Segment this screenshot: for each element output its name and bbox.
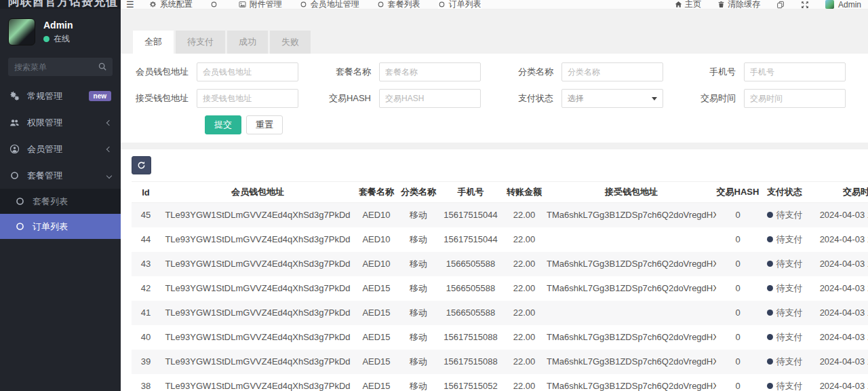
table-cell: 待支付 [760, 203, 810, 227]
app-title: 阿联酋官方话费充值 [0, 0, 121, 9]
column-header: 套餐名称 [355, 182, 397, 203]
filter-input-手机号[interactable] [744, 62, 846, 81]
filter-input-接受钱包地址[interactable] [197, 89, 298, 108]
status-badge: 待支付 [767, 258, 803, 270]
clear-cache-button[interactable]: 清除缓存 [717, 0, 760, 10]
reset-button[interactable]: 重置 [246, 115, 283, 134]
table-cell: TMa6shkL7Gg3B1ZDSp7ch6Q2doVregdHX9 [547, 252, 716, 276]
sidebar-item-常规管理[interactable]: 常规管理new [0, 83, 121, 109]
table-cell: 2024-04-03 17:27:07 [810, 252, 868, 276]
sidebar-item-会员管理[interactable]: 会员管理 [0, 136, 121, 162]
status-dot-icon [767, 310, 773, 316]
filter-input-会员钱包地址[interactable] [197, 62, 298, 81]
table-cell: AED15 [355, 374, 397, 391]
users-icon [9, 117, 20, 128]
fullscreen-button[interactable] [801, 1, 809, 9]
sidebar-item-订单列表[interactable]: 订单列表 [0, 214, 121, 239]
sidebar: 阿联酋官方话费充值 Admin 在线 常规管理new权限管理会员管理套餐管理套餐… [0, 0, 121, 391]
table-row: 38TLe93YGW1StDLmGVVZ4Ed4qXhSd3g7PkDdAED1… [132, 374, 868, 391]
topbar-item-系统配置[interactable]: 系统配置 [149, 0, 193, 10]
column-header: 交易时间 [810, 182, 868, 203]
table-cell: 待支付 [760, 252, 810, 276]
topbar-username[interactable]: Admin [838, 0, 861, 10]
user-status-label: 在线 [54, 33, 70, 45]
table-cell: 39 [132, 350, 160, 374]
hamburger-icon[interactable]: ☰ [126, 0, 134, 10]
topbar-item-套餐列表[interactable]: 套餐列表 [377, 0, 420, 10]
pay-status-select[interactable]: 选择 [561, 89, 663, 108]
table-cell: 0 [716, 227, 760, 252]
column-header: 会员钱包地址 [160, 182, 355, 203]
filter-panel: 会员钱包地址套餐名称分类名称手机号接受钱包地址交易HASH支付状态选择交易时间 … [121, 54, 868, 143]
table-cell: 2024-04-03 17:27:02 [810, 276, 868, 301]
avatar[interactable] [8, 18, 35, 45]
table-cell: 15617515052 [439, 374, 502, 391]
table-cell: 移动 [397, 374, 439, 391]
status-dot-icon [767, 285, 773, 291]
tab-全部[interactable]: 全部 [133, 31, 174, 54]
topbar-item-订单列表[interactable]: 订单列表 [438, 0, 481, 10]
sidebar-item-label: 常规管理 [27, 90, 89, 103]
user-status: 在线 [43, 33, 73, 45]
table-cell: 移动 [397, 252, 439, 276]
table-cell: 15617515088 [439, 350, 502, 374]
menu-search [8, 58, 113, 76]
table-cell: TLe93YGW1StDLmGVVZ4Ed4qXhSd3g7PkDd [160, 252, 355, 276]
filter-input-交易时间[interactable] [744, 89, 846, 108]
table-cell: 22.00 [502, 203, 547, 227]
search-icon [98, 62, 107, 71]
sidebar-item-label: 套餐管理 [27, 170, 107, 182]
refresh-button[interactable] [132, 156, 151, 174]
search-input[interactable] [8, 58, 113, 76]
table-cell: 42 [132, 276, 160, 301]
table-cell: 移动 [397, 227, 439, 252]
table-cell: TLe93YGW1StDLmGVVZ4Ed4qXhSd3g7PkDd [160, 227, 355, 252]
sidebar-item-套餐列表[interactable]: 套餐列表 [0, 189, 121, 214]
table-cell: 0 [716, 350, 760, 374]
topbar-menu: 系统配置附件管理会员地址管理套餐列表订单列表 [149, 0, 658, 10]
topbar-avatar[interactable] [825, 0, 834, 9]
tab-失败[interactable]: 失败 [270, 31, 311, 54]
table-cell: 45 [132, 203, 160, 227]
table-cell: 0 [716, 252, 760, 276]
table-cell: AED15 [355, 350, 397, 374]
copy-tabs-button[interactable] [776, 1, 785, 9]
table-cell: TMa6shkL7Gg3B1ZDSp7ch6Q2doVregdHX9 [547, 350, 716, 374]
sidebar-item-套餐管理[interactable]: 套餐管理 [0, 162, 121, 189]
status-badge: 待支付 [767, 307, 803, 319]
sidebar-item-权限管理[interactable]: 权限管理 [0, 109, 121, 136]
status-tabs: 全部待支付成功失败 [133, 31, 868, 54]
user-icon [9, 144, 20, 155]
topbar-item-icon[interactable] [210, 1, 221, 8]
tab-成功[interactable]: 成功 [227, 31, 268, 54]
filter-input-交易HASH[interactable] [379, 89, 481, 108]
home-button[interactable]: 主页 [675, 0, 701, 10]
status-label: 待支付 [776, 282, 803, 295]
online-dot-icon [43, 36, 50, 42]
status-badge: 待支付 [767, 209, 803, 221]
caret-down-icon [652, 97, 657, 100]
filter-input-分类名称[interactable] [561, 62, 663, 81]
app: 阿联酋官方话费充值 Admin 在线 常规管理new权限管理会员管理套餐管理套餐… [0, 0, 868, 391]
circle-icon [300, 1, 307, 8]
submit-button[interactable]: 提交 [205, 115, 241, 134]
table-cell: AED10 [355, 227, 397, 252]
table-cell: 移动 [397, 276, 439, 301]
topbar-item-附件管理[interactable]: 附件管理 [239, 0, 282, 10]
user-name: Admin [43, 20, 73, 31]
table-cell: AED10 [355, 203, 397, 227]
table-cell: AED15 [355, 325, 397, 350]
table-cell: TLe93YGW1StDLmGVVZ4Ed4qXhSd3g7PkDd [160, 325, 355, 350]
topbar-item-会员地址管理[interactable]: 会员地址管理 [300, 0, 359, 10]
table-cell: 0 [716, 301, 760, 325]
circle-icon [438, 1, 446, 8]
table-cell: 0 [716, 203, 760, 227]
filter-input-套餐名称[interactable] [379, 62, 481, 81]
filter-label: 交易HASH [317, 92, 379, 105]
table-cell: 0 [716, 325, 760, 350]
tab-待支付[interactable]: 待支付 [176, 31, 225, 54]
column-header: 转账金额 [502, 182, 547, 203]
status-badge: 待支付 [767, 282, 803, 295]
filter-field-会员钱包地址: 会员钱包地址 [134, 62, 307, 81]
column-header: Id [132, 182, 160, 203]
